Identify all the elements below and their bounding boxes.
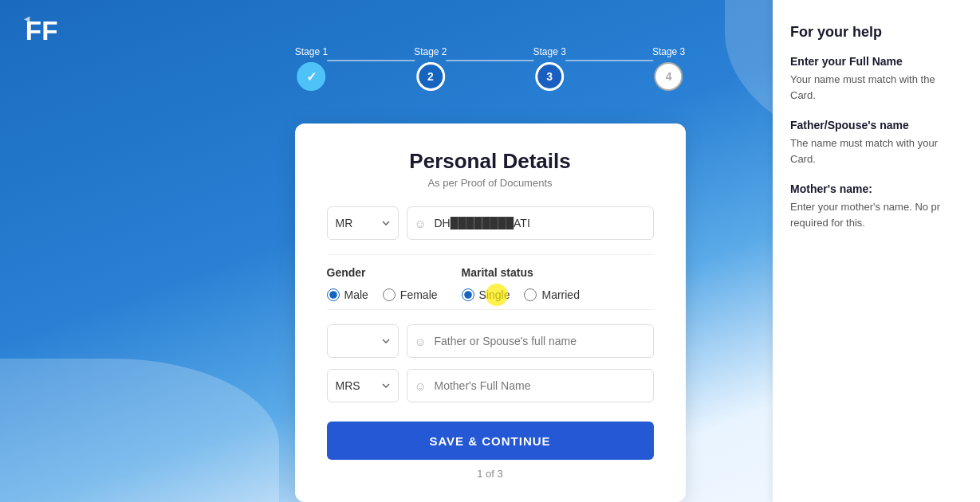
user-icon: ☺ bbox=[415, 217, 427, 230]
gender-female-option[interactable]: Female bbox=[383, 288, 438, 301]
stage-2: Stage 2 2 bbox=[414, 46, 447, 91]
help-section-mother: Mother's name: Enter your mother's name.… bbox=[790, 182, 962, 230]
stage-3-label: Stage 3 bbox=[533, 46, 566, 57]
help-fullname-title: Enter your Full Name bbox=[790, 55, 962, 68]
stage-4-circle: 4 bbox=[655, 62, 683, 91]
stage-progress: Stage 1 Stage 2 2 Stage 3 3 Stage 3 4 bbox=[295, 46, 686, 91]
mother-name-field-wrapper: ☺ bbox=[407, 369, 654, 402]
marital-single-option[interactable]: Single bbox=[462, 288, 510, 301]
help-title: For your help bbox=[790, 24, 962, 41]
connector-2-3 bbox=[447, 60, 534, 61]
title-select[interactable]: MR MRS MS DR bbox=[327, 206, 399, 240]
father-title-select[interactable]: MR MRS MS DR bbox=[327, 324, 399, 358]
card-title: Personal Details bbox=[327, 149, 654, 174]
logo-icon: FF bbox=[22, 14, 64, 48]
save-continue-button[interactable]: SAVE & CONTINUE bbox=[327, 422, 654, 460]
father-name-input[interactable] bbox=[407, 324, 654, 358]
gender-section: Gender Male Female bbox=[327, 266, 438, 301]
gender-female-radio[interactable] bbox=[383, 288, 396, 301]
marital-label: Marital status bbox=[462, 266, 580, 279]
main-card: Personal Details As per Proof of Documen… bbox=[295, 124, 686, 502]
help-mother-text: Enter your mother's name. No pr required… bbox=[790, 199, 962, 230]
stage-2-label: Stage 2 bbox=[414, 46, 447, 57]
mother-title-select[interactable]: MR MRS MS DR bbox=[327, 369, 399, 402]
help-panel: For your help Enter your Full Name Your … bbox=[773, 0, 980, 502]
stage-1-label: Stage 1 bbox=[295, 46, 328, 57]
stage-4-label: Stage 3 bbox=[652, 46, 685, 57]
stage-3: Stage 3 3 bbox=[533, 46, 566, 91]
logo: FF bbox=[22, 14, 64, 48]
gender-label: Gender bbox=[327, 266, 438, 279]
marital-married-radio[interactable] bbox=[524, 288, 537, 301]
father-name-field-wrapper: ☺ bbox=[407, 324, 654, 358]
full-name-field-wrapper: ☺ bbox=[407, 206, 654, 240]
help-father-title: Father/Spouse's name bbox=[790, 119, 962, 131]
help-fullname-text: Your name must match with the Card. bbox=[790, 72, 962, 103]
help-section-father: Father/Spouse's name The name must match… bbox=[790, 119, 962, 167]
card-subtitle: As per Proof of Documents bbox=[327, 177, 654, 189]
connector-1-2 bbox=[327, 60, 415, 61]
stage-3-circle: 3 bbox=[535, 62, 564, 91]
gender-female-label: Female bbox=[400, 288, 438, 301]
father-row: MR MRS MS DR ☺ bbox=[327, 324, 654, 358]
marital-section: Marital status Single Married bbox=[462, 266, 580, 301]
mother-user-icon: ☺ bbox=[415, 379, 427, 393]
marital-single-label: Single bbox=[479, 288, 510, 301]
page-indicator: 1 of 3 bbox=[327, 468, 654, 480]
help-mother-title: Mother's name: bbox=[790, 182, 962, 195]
marital-married-label: Married bbox=[541, 288, 579, 301]
stage-2-circle: 2 bbox=[416, 62, 445, 91]
stage-1: Stage 1 bbox=[295, 46, 328, 91]
help-section-fullname: Enter your Full Name Your name must matc… bbox=[790, 55, 962, 103]
gender-male-label: Male bbox=[344, 288, 368, 301]
father-user-icon: ☺ bbox=[415, 335, 427, 348]
gender-male-radio[interactable] bbox=[327, 288, 340, 301]
gender-male-option[interactable]: Male bbox=[327, 288, 368, 301]
marital-married-option[interactable]: Married bbox=[524, 288, 579, 301]
connector-3-4 bbox=[565, 60, 653, 61]
marital-single-radio[interactable] bbox=[462, 288, 474, 301]
stage-4: Stage 3 4 bbox=[652, 46, 685, 91]
mother-row: MR MRS MS DR ☺ bbox=[327, 369, 654, 402]
gender-radio-group: Male Female bbox=[327, 288, 438, 301]
full-name-row: MR MRS MS DR ☺ bbox=[327, 206, 654, 240]
stage-1-circle bbox=[297, 62, 325, 91]
help-father-text: The name must match with your Card. bbox=[790, 135, 962, 167]
full-name-input[interactable] bbox=[407, 206, 654, 240]
logo-svg: FF bbox=[24, 16, 62, 46]
marital-radio-group: Single Married bbox=[462, 288, 580, 301]
svg-text:FF: FF bbox=[26, 16, 58, 45]
mother-name-input[interactable] bbox=[407, 369, 654, 402]
gender-marital-row: Gender Male Female Marital status Single bbox=[327, 254, 654, 310]
